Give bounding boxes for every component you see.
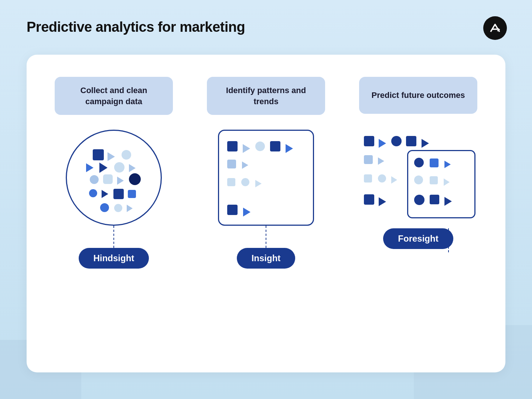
shape-tri7 — [127, 205, 133, 212]
connector-foresight-v — [448, 228, 449, 252]
foresight-inner-box — [407, 150, 475, 218]
fore-ci1 — [391, 136, 402, 146]
main-card: Collect and clean campaign data — [27, 55, 505, 372]
shape-ci1 — [122, 150, 131, 160]
fore-tri2 — [422, 139, 429, 148]
inn-sq2 — [430, 176, 438, 184]
inn-ci3 — [414, 195, 424, 205]
badge-hindsight: Hindsight — [79, 248, 149, 269]
fore-sq1 — [364, 136, 374, 146]
ins-tri2 — [286, 144, 293, 153]
box-diagram — [218, 130, 314, 226]
shape-tri5 — [117, 177, 124, 185]
inn-sq1 — [430, 158, 439, 167]
inn-tri3 — [444, 197, 452, 206]
fore-tri1 — [379, 139, 386, 148]
fore-ci2 — [378, 174, 386, 183]
shape-sq1 — [93, 149, 104, 160]
ins-ci1 — [255, 141, 265, 151]
ins-sq2 — [270, 141, 280, 151]
ins-sq1 — [227, 141, 238, 151]
inn-ci1 — [414, 158, 424, 167]
fore-sq5 — [364, 194, 374, 205]
fore-tri5 — [379, 197, 386, 206]
shape-tri6 — [102, 190, 108, 198]
foresight-outer-grid — [361, 129, 475, 228]
page-title: Predictive analytics for marketing — [27, 19, 245, 35]
fore-sq3 — [364, 155, 373, 164]
inn-tri1 — [444, 161, 451, 168]
shape-ci5 — [89, 189, 97, 197]
shape-sq4 — [128, 190, 136, 198]
shape-tri3 — [99, 163, 108, 173]
logo — [483, 16, 507, 40]
shape-ci7 — [114, 204, 122, 212]
fore-sq4 — [364, 174, 372, 183]
shape-tri2 — [86, 163, 93, 172]
column-foresight: Predict future outcomes — [346, 77, 491, 249]
badge-foresight: Foresight — [383, 228, 453, 249]
shape-tri4 — [129, 164, 136, 172]
ins-sq3 — [227, 160, 236, 168]
diagram-foresight: Foresight — [361, 129, 475, 249]
shape-sq3 — [113, 189, 124, 199]
column-insight: Identify patterns and trends — [194, 77, 338, 269]
diagram-hindsight: Hindsight — [66, 130, 162, 269]
shape-ci3 — [90, 175, 99, 184]
ins-tri4 — [255, 180, 262, 187]
inn-tri2 — [444, 178, 450, 186]
ins-sq4 — [227, 178, 235, 186]
column-hindsight: Collect and clean campaign data — [41, 77, 186, 269]
fore-sq2 — [406, 136, 416, 146]
ins-ci2 — [241, 178, 249, 186]
label-patterns: Identify patterns and trends — [207, 77, 325, 115]
fore-tri3 — [378, 157, 384, 165]
circle-diagram — [66, 130, 162, 226]
connector-hindsight — [113, 226, 114, 248]
ins-tri3 — [242, 161, 248, 169]
label-collect: Collect and clean campaign data — [55, 77, 173, 115]
logo-icon — [488, 21, 502, 35]
shape-sq2 — [103, 174, 113, 184]
ins-tri1 — [243, 144, 250, 153]
diagram-insight: Insight — [218, 130, 314, 269]
shape-ci2 — [114, 162, 125, 173]
shape-tri1 — [108, 152, 115, 161]
shape-ci6 — [100, 203, 109, 212]
shape-ci4 — [129, 173, 141, 185]
columns-container: Collect and clean campaign data — [27, 55, 505, 269]
ins-sq5 — [227, 205, 238, 215]
page-background: Predictive analytics for marketing Colle… — [0, 0, 532, 399]
label-predict: Predict future outcomes — [359, 77, 477, 114]
inn-ci2 — [414, 175, 423, 184]
inn-sq3 — [430, 195, 439, 204]
fore-tri4 — [391, 176, 397, 184]
connector-insight — [266, 226, 266, 248]
badge-insight: Insight — [237, 248, 296, 269]
ins-tri5 — [243, 208, 250, 216]
